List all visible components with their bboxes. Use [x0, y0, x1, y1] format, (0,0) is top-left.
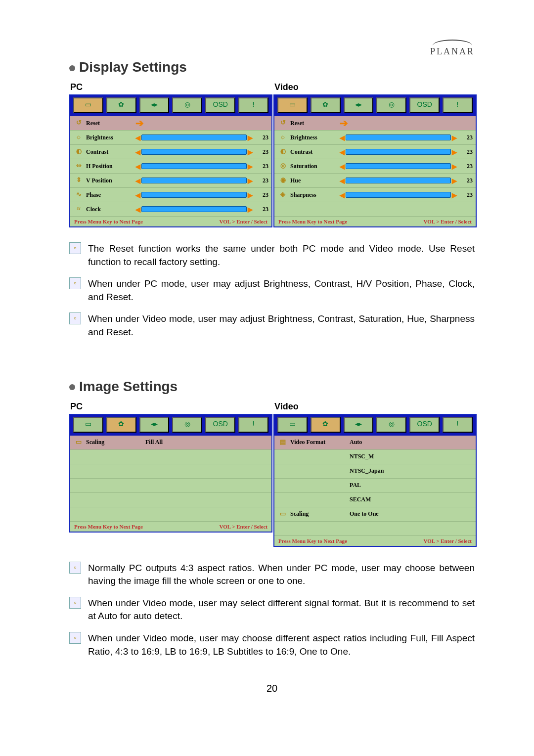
osd-row[interactable]: NTSC_Japan: [274, 464, 476, 479]
osd-row[interactable]: ◉Hue◂▸23: [274, 174, 476, 188]
tab-icon: ✿: [313, 419, 338, 430]
osd-row[interactable]: ↺Reset➔: [70, 116, 271, 131]
osd-tab[interactable]: ✿: [106, 97, 136, 113]
row-icon: ◈: [277, 190, 288, 199]
osd-tab[interactable]: ✿: [311, 97, 341, 113]
osd-tab[interactable]: ◂▸: [139, 417, 170, 433]
osd-tab[interactable]: ▭: [277, 417, 308, 433]
note-text: The Reset function works the same under …: [88, 242, 475, 268]
osd-tab[interactable]: ▭: [277, 97, 308, 113]
row-label: Brightness: [86, 134, 135, 141]
osd-row[interactable]: ▤Video FormatAuto: [274, 436, 476, 450]
slider-track[interactable]: [141, 149, 247, 155]
osd-tab[interactable]: ◎: [376, 417, 406, 433]
arrow-left-icon: ◂: [340, 178, 345, 183]
osd-row[interactable]: ⇕V Position◂▸23: [70, 174, 271, 188]
osd-tab[interactable]: OSD: [409, 417, 440, 433]
osd-row[interactable]: ⇔H Position◂▸23: [70, 159, 271, 174]
osd-image-pc: ▭✿◂▸◎OSD! ▭ScalingFill All Press Menu Ke…: [69, 414, 272, 533]
osd-row[interactable]: ◐Contrast◂▸23: [274, 145, 476, 159]
note-text: Normally PC outputs 4:3 aspect ratios. W…: [88, 562, 475, 588]
osd-row[interactable]: ☼Brightness◂▸23: [70, 131, 271, 145]
tab-icon: ◂▸: [142, 100, 167, 111]
osd-tab[interactable]: ◎: [172, 97, 202, 113]
osd-row: [70, 479, 271, 493]
video-label: Video: [274, 82, 475, 92]
osd-tab[interactable]: ▭: [73, 97, 103, 113]
slider-track[interactable]: [141, 206, 247, 212]
video-label: Video: [274, 401, 475, 412]
row-label: Contrast: [290, 148, 340, 156]
note-item: ▫The Reset function works the same under…: [69, 242, 475, 268]
osd-row[interactable]: NTSC_M: [274, 450, 476, 464]
osd-row[interactable]: ≈Clock◂▸23: [70, 202, 271, 217]
osd-row[interactable]: ↺Reset➔: [274, 116, 476, 131]
slider-track[interactable]: [141, 178, 247, 183]
osd-tab[interactable]: ◂▸: [139, 97, 170, 113]
osd-tab[interactable]: OSD: [205, 97, 235, 113]
osd-tab[interactable]: OSD: [409, 97, 440, 113]
slider-track[interactable]: [141, 134, 247, 140]
row-icon: [277, 452, 288, 461]
arrow-left-icon: ◂: [340, 134, 345, 140]
image-settings-heading: Image Settings: [69, 379, 475, 395]
slider-track[interactable]: [346, 134, 451, 140]
pc-label: PC: [70, 401, 270, 412]
note-item: ▫When under Video mode, user may adjust …: [69, 312, 475, 339]
osd-row[interactable]: ◐Contrast◂▸23: [70, 145, 271, 159]
display-osd-pair: PC ▭✿◂▸◎OSD! ↺Reset➔☼Brightness◂▸23◐Cont…: [69, 80, 475, 227]
osd-row[interactable]: ☼Brightness◂▸23: [274, 131, 476, 145]
arrow-left-icon: ◂: [135, 178, 140, 183]
osd-row[interactable]: ▭ScalingFill All: [70, 436, 271, 450]
tab-icon: ◂▸: [142, 419, 167, 430]
osd-tab[interactable]: !: [238, 97, 268, 113]
tab-icon: ◂▸: [346, 419, 371, 430]
osd-tab[interactable]: ◎: [376, 97, 406, 113]
osd-tab[interactable]: ◂▸: [344, 97, 374, 113]
arrow-left-icon: ◂: [135, 149, 140, 155]
osd-tab[interactable]: !: [443, 97, 473, 113]
row-value: 23: [457, 148, 473, 156]
osd-row[interactable]: ◈Sharpness◂▸23: [274, 188, 476, 202]
tab-icon: ◂▸: [346, 100, 371, 111]
note-item: ▫Normally PC outputs 4:3 aspect ratios. …: [69, 562, 475, 588]
slider-track[interactable]: [346, 149, 451, 155]
osd-row[interactable]: ∿Phase◂▸23: [70, 188, 271, 202]
osd-tab[interactable]: ▭: [73, 417, 103, 433]
tab-icon: !: [445, 100, 470, 111]
osd-tab[interactable]: ✿: [311, 417, 341, 433]
row-value: One to One: [350, 510, 473, 518]
slider-track[interactable]: [346, 178, 451, 183]
osd-footer-hint-left: Press Menu Key to Next Page: [74, 524, 143, 530]
slider-track[interactable]: [346, 192, 451, 198]
osd-tab[interactable]: OSD: [205, 417, 235, 433]
slider-track[interactable]: [141, 163, 247, 169]
osd-display-pc: ▭✿◂▸◎OSD! ↺Reset➔☼Brightness◂▸23◐Contras…: [69, 94, 272, 227]
osd-row[interactable]: SECAM: [274, 493, 476, 507]
row-value: 23: [457, 191, 473, 199]
row-label: Brightness: [290, 134, 340, 141]
row-value: 23: [253, 177, 268, 184]
osd-tab[interactable]: ✿: [106, 417, 136, 433]
row-value: 23: [253, 163, 268, 170]
osd-tab[interactable]: ◎: [172, 417, 202, 433]
arrow-left-icon: ◂: [135, 192, 140, 198]
row-icon: ▭: [73, 438, 84, 447]
row-icon: ≈: [73, 205, 84, 214]
row-value: 23: [457, 177, 473, 184]
osd-row[interactable]: PAL: [274, 479, 476, 493]
arrow-right-icon: ▸: [248, 178, 253, 183]
arrow-right-icon: ▸: [452, 163, 457, 169]
osd-row[interactable]: ◎Saturation◂▸23: [274, 159, 476, 174]
tab-icon: ✿: [313, 100, 338, 111]
note-item: ▫When under Video mode, user may choose …: [69, 632, 475, 658]
osd-tab[interactable]: !: [238, 417, 268, 433]
arrow-right-icon: ▸: [452, 134, 457, 140]
tab-icon: OSD: [208, 100, 233, 111]
osd-tab[interactable]: !: [443, 417, 473, 433]
osd-footer-hint-left: Press Menu Key to Next Page: [74, 219, 143, 224]
osd-tab[interactable]: ◂▸: [344, 417, 374, 433]
osd-row[interactable]: ▭ScalingOne to One: [274, 507, 476, 522]
slider-track[interactable]: [141, 192, 247, 198]
slider-track[interactable]: [346, 163, 451, 169]
